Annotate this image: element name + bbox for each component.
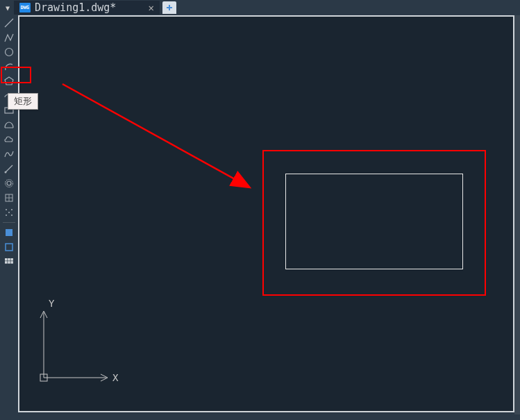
arc-tool[interactable] — [2, 60, 16, 73]
chevron-down-icon: ▼ — [6, 4, 10, 12]
svg-rect-1 — [167, 7, 172, 8]
svg-point-16 — [6, 215, 7, 216]
polygon-tool[interactable] — [2, 75, 16, 87]
tab-bar: ▼ DWG Drawing1.dwg* ✕ — [0, 0, 520, 15]
svg-rect-23 — [10, 258, 13, 261]
drawing-canvas[interactable]: Y X — [18, 15, 514, 412]
plus-icon — [165, 3, 174, 12]
svg-marker-4 — [5, 77, 13, 85]
tab-title: Drawing1.dwg* — [35, 1, 116, 14]
svg-point-3 — [6, 49, 13, 56]
svg-line-7 — [6, 165, 12, 172]
svg-point-15 — [11, 209, 12, 210]
svg-rect-26 — [10, 261, 13, 264]
svg-point-10 — [6, 180, 13, 187]
draw-toolbar — [0, 15, 18, 420]
line-tool[interactable] — [2, 17, 16, 29]
vertical-scrollbar[interactable] — [514, 15, 520, 414]
svg-line-2 — [5, 19, 13, 27]
ucs-x-label: X — [112, 372, 119, 383]
tab-drawing1[interactable]: DWG Drawing1.dwg* ✕ — [14, 1, 160, 15]
canvas-wrap: Y X — [18, 15, 520, 420]
solid-fill-tool[interactable] — [2, 226, 16, 239]
svg-point-8 — [5, 171, 7, 174]
svg-rect-31 — [40, 374, 47, 381]
circle-tool[interactable] — [2, 46, 16, 58]
ucs-y-label: Y — [49, 300, 55, 309]
gear-tool[interactable] — [2, 177, 16, 190]
polyline-tool[interactable] — [2, 31, 16, 44]
cloud-tool[interactable] — [2, 133, 16, 146]
svg-rect-20 — [6, 244, 12, 251]
svg-rect-24 — [5, 261, 8, 264]
svg-rect-21 — [5, 258, 8, 261]
hatch-grid-tool[interactable] — [2, 192, 16, 204]
svg-line-28 — [62, 84, 249, 187]
drawn-rectangle — [285, 174, 463, 269]
svg-rect-22 — [8, 258, 10, 261]
dwg-file-icon: DWG — [19, 3, 31, 12]
svg-point-9 — [7, 181, 11, 185]
svg-point-18 — [8, 212, 10, 213]
main-area: Y X — [0, 15, 520, 420]
svg-point-14 — [6, 209, 7, 210]
point-grid-tool[interactable] — [2, 206, 16, 219]
ucs-indicator: Y X — [33, 300, 124, 390]
svg-point-17 — [11, 215, 12, 216]
tab-dropdown-icon[interactable]: ▼ — [3, 3, 12, 12]
ray-tool[interactable] — [2, 162, 16, 175]
svg-rect-25 — [8, 261, 10, 264]
close-icon[interactable]: ✕ — [148, 2, 153, 13]
table-tool[interactable] — [2, 255, 16, 268]
rectangle-tooltip: 矩形 — [8, 93, 38, 110]
ellipse-half-tool[interactable] — [2, 119, 16, 131]
solid-box-tool[interactable] — [2, 241, 16, 253]
spline-tool[interactable] — [2, 148, 16, 160]
svg-rect-19 — [6, 229, 12, 236]
tool-divider — [3, 222, 15, 223]
annotation-arrow — [61, 83, 262, 201]
new-tab-button[interactable] — [162, 1, 176, 14]
